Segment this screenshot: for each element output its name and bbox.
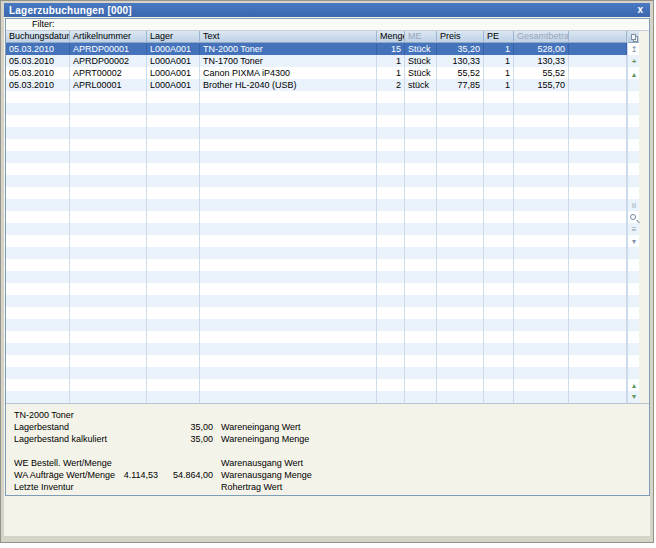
cell-me: Stück: [405, 55, 437, 67]
summary-panel: TN-2000 TonerLagerbestand35,00Wareneinga…: [6, 403, 649, 496]
column-header-me[interactable]: ME: [405, 31, 437, 43]
cell-empty: [437, 139, 484, 151]
cell-empty: [484, 295, 514, 307]
cell-empty: [147, 319, 200, 331]
cell-empty: [569, 367, 627, 379]
summary-right_label: Warenausgang Wert: [221, 457, 303, 469]
cell-empty: [6, 163, 70, 175]
grid-body: 05.03.2010APRDP00001L000A001TN-2000 Tone…: [6, 43, 639, 403]
table-row[interactable]: 05.03.2010APRDP00002L000A001TN-1700 Tone…: [6, 55, 639, 67]
table-row-empty: [6, 151, 639, 163]
cell-empty: [200, 247, 377, 259]
cell-empty: [147, 103, 200, 115]
cell-empty: [484, 175, 514, 187]
cell-pe: 1: [484, 67, 514, 79]
cell-empty: [514, 331, 569, 343]
cell-empty: [70, 307, 147, 319]
cell-filler[interactable]: [569, 43, 627, 55]
scroll-down-icon[interactable]: ▾: [628, 392, 640, 402]
column-header-buchungsdatum[interactable]: Buchungsdatum: [6, 31, 70, 43]
cell-empty: [405, 319, 437, 331]
cell-empty: [6, 331, 70, 343]
grid-container: Filter: BuchungsdatumArtikelnummerLagerT…: [5, 18, 650, 496]
cell-empty: [514, 223, 569, 235]
cell-empty: [6, 355, 70, 367]
table-row-empty: [6, 91, 639, 103]
cell-empty: [514, 367, 569, 379]
cell-empty: [6, 283, 70, 295]
column-header-preis[interactable]: Preis: [437, 31, 484, 43]
columns-icon[interactable]: |||: [628, 200, 640, 210]
cell-empty: [6, 319, 70, 331]
cell-empty: [377, 175, 405, 187]
summary-value1: 4.114,53: [98, 469, 158, 481]
summary-line: Lagerbestand kalkuliert35,00Wareneingang…: [6, 433, 649, 445]
cell-empty: [405, 295, 437, 307]
cell-empty: [437, 367, 484, 379]
menu-down-icon[interactable]: ▾: [628, 237, 640, 247]
cell-menge[interactable]: 15: [377, 43, 405, 55]
table-row[interactable]: 05.03.2010APRL00001L000A001Brother HL-20…: [6, 79, 639, 91]
column-header-menge[interactable]: Menge: [377, 31, 405, 43]
sort-up-icon[interactable]: ▴: [628, 70, 640, 80]
table-row[interactable]: 05.03.2010APRT00002L000A001Canon PIXMA i…: [6, 67, 639, 79]
cell-empty: [405, 103, 437, 115]
close-icon[interactable]: x: [635, 5, 645, 15]
cell-empty: [147, 283, 200, 295]
cell-empty: [484, 271, 514, 283]
cell-pe[interactable]: 1: [484, 43, 514, 55]
column-header-filler[interactable]: [569, 31, 627, 43]
cell-empty: [437, 91, 484, 103]
cell-empty: [405, 259, 437, 271]
cell-empty: [569, 103, 627, 115]
summary-line: WE Bestell. Wert/MengeWarenausgang Wert: [6, 457, 649, 469]
cell-text[interactable]: TN-2000 Toner: [200, 43, 377, 55]
cell-preis[interactable]: 35,20: [437, 43, 484, 55]
grid-side-toolbar: ↥ + ▴ ||| ≡ ▾ ▴ ▾: [627, 31, 639, 403]
cell-empty: [70, 199, 147, 211]
cell-empty: [377, 187, 405, 199]
list-icon[interactable]: ≡: [628, 225, 640, 235]
cell-gesamtbetrag[interactable]: 528,00: [514, 43, 569, 55]
cell-empty: [377, 319, 405, 331]
cell-preis: 130,33: [437, 55, 484, 67]
cell-buchungsdatum[interactable]: 05.03.2010: [6, 43, 70, 55]
cell-empty: [437, 319, 484, 331]
cell-artikelnummer[interactable]: APRDP00001: [70, 43, 147, 55]
cell-gesamtbetrag: 55,52: [514, 67, 569, 79]
cell-empty: [6, 175, 70, 187]
cell-empty: [70, 235, 147, 247]
cell-empty: [514, 103, 569, 115]
copy-icon[interactable]: [631, 34, 636, 40]
cell-empty: [484, 235, 514, 247]
cell-empty: [6, 103, 70, 115]
table-row-empty: [6, 331, 639, 343]
column-header-gesamtbetrag[interactable]: Gesamtbetrag: [514, 31, 569, 43]
cell-empty: [6, 187, 70, 199]
column-header-pe[interactable]: PE: [484, 31, 514, 43]
cell-empty: [484, 103, 514, 115]
cell-empty: [6, 235, 70, 247]
table-row[interactable]: 05.03.2010APRDP00001L000A001TN-2000 Tone…: [6, 43, 639, 55]
column-header-text[interactable]: Text: [200, 31, 377, 43]
cell-gesamtbetrag: 155,70: [514, 79, 569, 91]
cell-me[interactable]: Stück: [405, 43, 437, 55]
add-row-icon[interactable]: +: [628, 57, 640, 67]
cell-text: Canon PIXMA iP4300: [200, 67, 377, 79]
column-header-artikelnummer[interactable]: Artikelnummer: [70, 31, 147, 43]
rail-body: ↥ + ▴ ||| ≡ ▾ ▴ ▾: [628, 43, 639, 403]
cell-lager[interactable]: L000A001: [147, 43, 200, 55]
cell-empty: [437, 271, 484, 283]
cell-empty: [437, 247, 484, 259]
scroll-up-icon[interactable]: ▴: [628, 381, 640, 391]
table-row-empty: [6, 247, 639, 259]
scroll-top-icon[interactable]: ↥: [628, 45, 640, 55]
cell-empty: [6, 223, 70, 235]
filter-bar[interactable]: Filter:: [6, 19, 649, 31]
cell-empty: [6, 271, 70, 283]
summary-label: Letzte Inventur: [14, 481, 74, 493]
column-header-lager[interactable]: Lager: [147, 31, 200, 43]
rail-header: [628, 31, 639, 43]
cell-empty: [377, 235, 405, 247]
cell-empty: [437, 283, 484, 295]
